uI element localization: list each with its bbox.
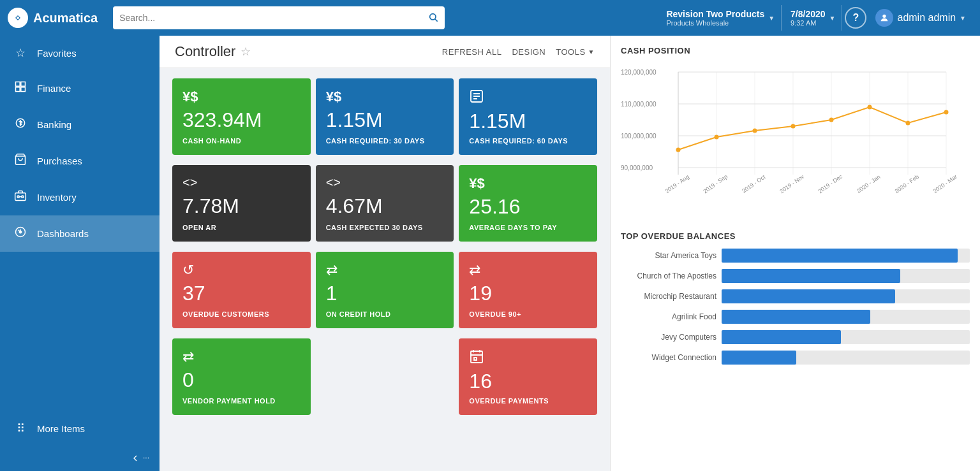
logo: Acumatica [8,8,98,28]
overdue-payments-value: 16 [469,371,492,391]
overdue-90-icon: ⇄ [469,262,480,279]
cash-req30-icon: ¥$ [326,89,341,105]
favorite-star-icon[interactable]: ☆ [241,45,251,59]
search-bar[interactable] [113,6,445,29]
metric-cash-required-60[interactable]: 1.15M CASH REQUIRED: 60 DAYS [459,78,597,155]
overdue-90-value: 19 [469,283,492,303]
metric-avg-days[interactable]: ¥$ 25.16 AVERAGE DAYS TO PAY [459,165,597,242]
date-display: 7/8/2020 [791,9,826,19]
overdue-bar-chart: Star America Toys Church of The Apostles… [621,249,970,365]
metric-cash-required-30[interactable]: ¥$ 1.15M CASH REQUIRED: 30 DAYS [316,78,454,155]
top-nav: Acumatica Revision Two Products Products… [0,0,980,36]
search-input[interactable] [119,13,428,23]
metric-vendor-payment[interactable]: ⇄ 0 VENDOR PAYMENT HOLD [172,338,311,415]
right-panel: CASH POSITION 120,000,000 110,000,000 10… [610,36,980,471]
metric-spacer [316,338,454,415]
vendor-payment-icon: ⇄ [182,349,194,365]
page-header: Controller ☆ REFRESH ALL DESIGN TOOLS ▼ [160,36,610,68]
metric-cash-onhand[interactable]: ¥$ 323.94M CASH ON-HAND [172,78,311,155]
open-ar-icon: <> [182,175,197,190]
collapse-label: ··· [143,453,149,463]
svg-rect-7 [16,87,20,92]
svg-point-4 [883,15,886,18]
time-display: 9:32 AM [791,19,826,27]
svg-text:2019 - Oct: 2019 - Oct [741,173,767,194]
sidebar-label-inventory: Inventory [37,192,77,203]
cash-expected-icon: <> [326,175,341,190]
design-button[interactable]: DESIGN [512,47,546,57]
bar-track-2 [722,289,970,303]
datetime-selector[interactable]: 7/8/2020 9:32 AM ▼ [784,5,842,31]
bar-row-1: Church of The Apostles [621,269,970,283]
nav-right: Revision Two Products Products Wholesale… [660,5,972,31]
sidebar-label-banking: Banking [37,119,71,130]
cash-req30-label: CASH REQUIRED: 30 DAYS [326,137,425,145]
page-title: Controller [175,43,235,60]
svg-text:110,000,000: 110,000,000 [621,101,657,108]
metric-overdue-90[interactable]: ⇄ 19 OVERDUE 90+ [459,252,597,328]
banking-icon [13,117,28,133]
bar-track-1 [722,269,970,283]
metric-overdue-customers[interactable]: ↺ 37 OVERDUE CUSTOMERS [172,252,311,328]
cash-position-title: CASH POSITION [621,46,970,55]
sidebar-item-more[interactable]: ⠿ More Items [0,411,160,446]
metric-open-ar[interactable]: <> 7.78M OPEN AR [172,165,311,242]
bar-label-5: Widget Connection [621,353,716,362]
metrics-row-1: ¥$ 323.94M CASH ON-HAND ¥$ 1.15M CASH RE… [172,78,597,155]
svg-text:2019 - Sep: 2019 - Sep [702,173,729,194]
sidebar-item-purchases[interactable]: Purchases [0,143,160,179]
search-button[interactable] [428,12,438,24]
metric-cash-expected[interactable]: <> 4.67M CASH EXPECTED 30 DAYS [316,165,454,242]
bar-fill-4 [722,330,841,344]
svg-text:2020 - Jan: 2020 - Jan [856,173,882,194]
cash-onhand-label: CASH ON-HAND [182,137,241,145]
sidebar-collapse-button[interactable]: ··· [0,446,160,471]
user-menu[interactable]: admin admin ▼ [869,5,972,31]
tools-button[interactable]: TOOLS ▼ [556,47,595,57]
top-overdue-title: TOP OVERDUE BALANCES [621,231,970,241]
metric-overdue-payments[interactable]: 16 OVERDUE PAYMENTS [459,338,597,415]
more-items-icon: ⠿ [13,421,28,435]
sidebar-item-finance[interactable]: Finance [0,70,160,106]
overdue-customers-label: OVERDUE CUSTOMERS [182,310,269,318]
cash-position-chart: 120,000,000 110,000,000 100,000,000 90,0… [621,63,970,216]
bar-row-4: Jevy Computers [621,330,970,344]
dashboards-icon [13,226,28,242]
help-button[interactable]: ? [845,7,866,29]
bar-row-5: Widget Connection [621,351,970,365]
sidebar-label-dashboards: Dashboards [37,228,89,239]
purchases-icon [13,153,28,169]
content-area: Controller ☆ REFRESH ALL DESIGN TOOLS ▼ [160,36,980,471]
bar-fill-2 [722,289,895,303]
svg-text:120,000,000: 120,000,000 [621,69,657,76]
bar-track-0 [722,249,970,263]
bar-fill-0 [722,249,958,263]
svg-point-40 [906,121,910,126]
user-chevron-icon: ▼ [960,15,966,22]
overdue-90-label: OVERDUE 90+ [469,310,521,318]
svg-text:2019 - Aug: 2019 - Aug [664,173,690,194]
svg-text:100,000,000: 100,000,000 [621,133,657,140]
overdue-customers-value: 37 [182,283,205,303]
inventory-icon [13,189,28,205]
page-title-area: Controller ☆ [175,43,251,60]
finance-icon [13,80,28,96]
logo-text: Acumatica [33,11,98,25]
sidebar-item-banking[interactable]: Banking [0,106,160,143]
sidebar: ☆ Favorites Finance Banking Purchases [0,36,160,471]
sidebar-item-favorites[interactable]: ☆ Favorites [0,36,160,70]
metric-credit-hold[interactable]: ⇄ 1 ON CREDIT HOLD [316,252,454,328]
cash-req60-label: CASH REQUIRED: 60 DAYS [469,137,568,145]
bar-label-0: Star America Toys [621,251,716,260]
overdue-customers-icon: ↺ [182,262,194,279]
sidebar-item-dashboards[interactable]: Dashboards [0,215,160,252]
sidebar-item-inventory[interactable]: Inventory [0,179,160,215]
bar-track-4 [722,330,970,344]
svg-rect-5 [16,82,20,87]
refresh-all-button[interactable]: REFRESH ALL [442,47,502,57]
company-selector[interactable]: Revision Two Products Products Wholesale… [660,5,782,31]
svg-point-35 [715,135,719,140]
cash-req60-value: 1.15M [469,111,526,131]
bar-row-2: Microchip Restaurant [621,289,970,303]
avg-days-label: AVERAGE DAYS TO PAY [469,224,557,231]
